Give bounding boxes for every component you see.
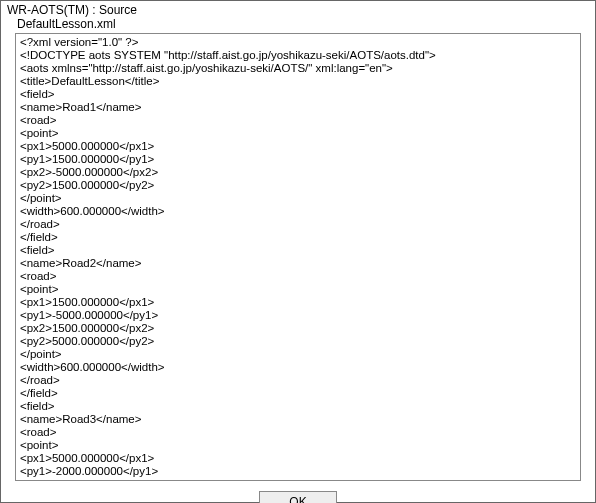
source-line: <px2>1500.000000</px2> [20, 322, 576, 335]
ok-button[interactable]: OK [259, 491, 337, 503]
source-line: <width>600.000000</width> [20, 205, 576, 218]
source-line: <px1>5000.000000</px1> [20, 452, 576, 465]
filename-label: DefaultLesson.xml [1, 17, 595, 33]
source-line: <point> [20, 127, 576, 140]
source-line: </road> [20, 218, 576, 231]
source-window: WR-AOTS(TM) : Source DefaultLesson.xml <… [0, 0, 596, 503]
source-line: <aots xmlns="http://staff.aist.go.jp/yos… [20, 62, 576, 75]
source-line: <px1>1500.000000</px1> [20, 296, 576, 309]
source-line: <py2>1500.000000</py2> [20, 179, 576, 192]
window-title: WR-AOTS(TM) : Source [1, 1, 595, 17]
source-line: <field> [20, 244, 576, 257]
source-line: </field> [20, 231, 576, 244]
source-line: <py1>1500.000000</py1> [20, 153, 576, 166]
source-line: <px2>-5000.000000</px2> [20, 166, 576, 179]
source-line: <point> [20, 283, 576, 296]
source-line: </point> [20, 348, 576, 361]
source-line: <px1>5000.000000</px1> [20, 140, 576, 153]
source-line: <field> [20, 400, 576, 413]
source-line: </road> [20, 374, 576, 387]
source-line: <name>Road1</name> [20, 101, 576, 114]
source-frame: <?xml version="1.0" ?><!DOCTYPE aots SYS… [15, 33, 581, 481]
source-line: <!DOCTYPE aots SYSTEM "http://staff.aist… [20, 49, 576, 62]
source-line: <py1>-2000.000000</py1> [20, 465, 576, 478]
source-line: <field> [20, 88, 576, 101]
source-scroll-area[interactable]: <?xml version="1.0" ?><!DOCTYPE aots SYS… [16, 34, 580, 480]
source-line: <road> [20, 270, 576, 283]
source-line: <?xml version="1.0" ?> [20, 36, 576, 49]
source-line: </field> [20, 387, 576, 400]
source-line: <road> [20, 114, 576, 127]
source-line: <name>Road2</name> [20, 257, 576, 270]
footer: OK [1, 485, 595, 503]
source-line: <point> [20, 439, 576, 452]
source-line: <road> [20, 426, 576, 439]
source-line: <width>600.000000</width> [20, 361, 576, 374]
source-line: <py2>5000.000000</py2> [20, 335, 576, 348]
source-line: <title>DefaultLesson</title> [20, 75, 576, 88]
source-line: <name>Road3</name> [20, 413, 576, 426]
source-line: </point> [20, 192, 576, 205]
source-line: <py1>-5000.000000</py1> [20, 309, 576, 322]
